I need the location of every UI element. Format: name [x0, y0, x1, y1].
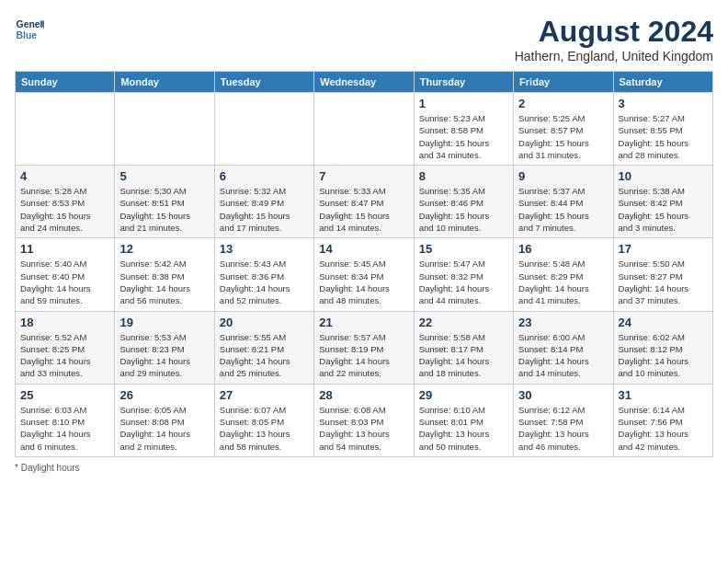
day-info: Sunrise: 6:03 AM Sunset: 8:10 PM Dayligh… [20, 404, 109, 453]
day-info: Sunrise: 6:02 AM Sunset: 8:12 PM Dayligh… [619, 331, 708, 380]
calendar-week-row-4: 18Sunrise: 5:52 AM Sunset: 8:25 PM Dayli… [16, 311, 713, 384]
day-info: Sunrise: 6:12 AM Sunset: 7:58 PM Dayligh… [518, 404, 608, 453]
day-number: 6 [220, 169, 309, 183]
calendar-cell: 22Sunrise: 5:58 AM Sunset: 8:17 PM Dayli… [414, 311, 513, 384]
day-number: 20 [220, 316, 309, 329]
day-info: Sunrise: 6:05 AM Sunset: 8:08 PM Dayligh… [119, 404, 209, 453]
day-info: Sunrise: 5:55 AM Sunset: 8:21 PM Dayligh… [220, 331, 309, 380]
day-info: Sunrise: 5:33 AM Sunset: 8:47 PM Dayligh… [319, 185, 408, 234]
day-number: 22 [419, 316, 508, 329]
day-info: Sunrise: 5:50 AM Sunset: 8:27 PM Dayligh… [619, 258, 708, 306]
day-number: 30 [518, 388, 608, 402]
day-info: Sunrise: 6:07 AM Sunset: 8:05 PM Dayligh… [220, 404, 309, 453]
day-number: 21 [319, 316, 408, 329]
day-info: Sunrise: 5:43 AM Sunset: 8:36 PM Dayligh… [220, 258, 309, 306]
calendar-cell: 28Sunrise: 6:08 AM Sunset: 8:03 PM Dayli… [314, 384, 414, 456]
day-number: 24 [619, 316, 708, 329]
calendar-cell: 7Sunrise: 5:33 AM Sunset: 8:47 PM Daylig… [314, 166, 414, 238]
calendar-cell: 5Sunrise: 5:30 AM Sunset: 8:51 PM Daylig… [115, 166, 214, 238]
day-number: 11 [20, 242, 109, 256]
calendar-cell: 18Sunrise: 5:52 AM Sunset: 8:25 PM Dayli… [16, 311, 115, 384]
calendar-cell: 20Sunrise: 5:55 AM Sunset: 8:21 PM Dayli… [214, 311, 313, 384]
day-number: 5 [119, 169, 209, 183]
calendar-cell: 24Sunrise: 6:02 AM Sunset: 8:12 PM Dayli… [613, 311, 712, 384]
calendar-cell: 2Sunrise: 5:25 AM Sunset: 8:57 PM Daylig… [514, 93, 613, 166]
day-info: Sunrise: 5:37 AM Sunset: 8:44 PM Dayligh… [518, 185, 608, 234]
calendar-header-saturday: Saturday [613, 72, 712, 93]
day-number: 9 [518, 169, 608, 183]
logo: General Blue [15, 15, 44, 44]
day-info: Sunrise: 5:32 AM Sunset: 8:49 PM Dayligh… [220, 185, 309, 234]
calendar-cell: 30Sunrise: 6:12 AM Sunset: 7:58 PM Dayli… [514, 384, 613, 456]
day-number: 25 [20, 388, 109, 402]
day-number: 14 [319, 242, 408, 256]
month-title: August 2024 [515, 15, 713, 49]
calendar-cell: 10Sunrise: 5:38 AM Sunset: 8:42 PM Dayli… [613, 166, 712, 238]
calendar-cell [16, 93, 115, 166]
calendar-cell: 12Sunrise: 5:42 AM Sunset: 8:38 PM Dayli… [115, 238, 214, 311]
day-number: 12 [119, 242, 209, 256]
calendar-cell: 21Sunrise: 5:57 AM Sunset: 8:19 PM Dayli… [314, 311, 414, 384]
calendar-cell: 3Sunrise: 5:27 AM Sunset: 8:55 PM Daylig… [613, 93, 712, 166]
svg-text:General: General [17, 19, 44, 29]
day-number: 10 [619, 169, 708, 183]
day-number: 3 [619, 97, 708, 110]
calendar-header-row: SundayMondayTuesdayWednesdayThursdayFrid… [16, 72, 713, 93]
calendar-cell: 11Sunrise: 5:40 AM Sunset: 8:40 PM Dayli… [16, 238, 115, 311]
day-info: Sunrise: 5:48 AM Sunset: 8:29 PM Dayligh… [518, 258, 608, 306]
day-info: Sunrise: 5:25 AM Sunset: 8:57 PM Dayligh… [518, 112, 608, 161]
calendar-cell: 1Sunrise: 5:23 AM Sunset: 8:58 PM Daylig… [414, 93, 513, 166]
calendar-cell: 27Sunrise: 6:07 AM Sunset: 8:05 PM Dayli… [214, 384, 313, 456]
calendar-cell: 13Sunrise: 5:43 AM Sunset: 8:36 PM Dayli… [214, 238, 313, 311]
day-number: 17 [619, 242, 708, 256]
day-number: 2 [518, 97, 608, 110]
calendar-cell: 19Sunrise: 5:53 AM Sunset: 8:23 PM Dayli… [115, 311, 214, 384]
day-number: 7 [319, 169, 408, 183]
day-info: Sunrise: 5:27 AM Sunset: 8:55 PM Dayligh… [619, 112, 708, 161]
day-info: Sunrise: 5:35 AM Sunset: 8:46 PM Dayligh… [419, 185, 508, 234]
day-info: Sunrise: 5:52 AM Sunset: 8:25 PM Dayligh… [20, 331, 109, 380]
footer-note: * Daylight hours [15, 463, 713, 473]
title-block: August 2024 Hathern, England, United Kin… [515, 15, 713, 63]
day-number: 18 [20, 316, 109, 329]
logo-icon: General Blue [15, 15, 44, 44]
calendar-cell: 16Sunrise: 5:48 AM Sunset: 8:29 PM Dayli… [514, 238, 613, 311]
day-number: 13 [220, 242, 309, 256]
calendar-cell [214, 93, 313, 166]
calendar-cell [115, 93, 214, 166]
calendar-header-thursday: Thursday [414, 72, 513, 93]
day-info: Sunrise: 5:38 AM Sunset: 8:42 PM Dayligh… [619, 185, 708, 234]
calendar-cell: 4Sunrise: 5:28 AM Sunset: 8:53 PM Daylig… [16, 166, 115, 238]
day-number: 8 [419, 169, 508, 183]
day-info: Sunrise: 5:47 AM Sunset: 8:32 PM Dayligh… [419, 258, 508, 306]
calendar-cell: 15Sunrise: 5:47 AM Sunset: 8:32 PM Dayli… [414, 238, 513, 311]
day-info: Sunrise: 5:28 AM Sunset: 8:53 PM Dayligh… [20, 185, 109, 234]
day-number: 29 [419, 388, 508, 402]
calendar-cell: 23Sunrise: 6:00 AM Sunset: 8:14 PM Dayli… [514, 311, 613, 384]
calendar-cell: 6Sunrise: 5:32 AM Sunset: 8:49 PM Daylig… [214, 166, 313, 238]
calendar-cell: 8Sunrise: 5:35 AM Sunset: 8:46 PM Daylig… [414, 166, 513, 238]
calendar-cell: 17Sunrise: 5:50 AM Sunset: 8:27 PM Dayli… [613, 238, 712, 311]
day-number: 19 [119, 316, 209, 329]
calendar-header-monday: Monday [115, 72, 214, 93]
calendar-header-wednesday: Wednesday [314, 72, 414, 93]
calendar-header-tuesday: Tuesday [214, 72, 313, 93]
day-info: Sunrise: 5:58 AM Sunset: 8:17 PM Dayligh… [419, 331, 508, 380]
calendar-header-sunday: Sunday [16, 72, 115, 93]
svg-text:Blue: Blue [17, 30, 38, 40]
day-number: 26 [119, 388, 209, 402]
day-number: 16 [518, 242, 608, 256]
day-number: 27 [220, 388, 309, 402]
day-number: 4 [20, 169, 109, 183]
day-number: 1 [419, 97, 508, 110]
day-info: Sunrise: 6:00 AM Sunset: 8:14 PM Dayligh… [518, 331, 608, 380]
day-info: Sunrise: 5:30 AM Sunset: 8:51 PM Dayligh… [119, 185, 209, 234]
day-info: Sunrise: 5:57 AM Sunset: 8:19 PM Dayligh… [319, 331, 408, 380]
day-info: Sunrise: 5:40 AM Sunset: 8:40 PM Dayligh… [20, 258, 109, 306]
calendar-week-row-5: 25Sunrise: 6:03 AM Sunset: 8:10 PM Dayli… [16, 384, 713, 456]
calendar-week-row-3: 11Sunrise: 5:40 AM Sunset: 8:40 PM Dayli… [16, 238, 713, 311]
calendar-cell: 31Sunrise: 6:14 AM Sunset: 7:56 PM Dayli… [613, 384, 712, 456]
day-info: Sunrise: 6:14 AM Sunset: 7:56 PM Dayligh… [619, 404, 708, 453]
footer-note-text: Daylight hours [21, 463, 80, 473]
day-number: 15 [419, 242, 508, 256]
